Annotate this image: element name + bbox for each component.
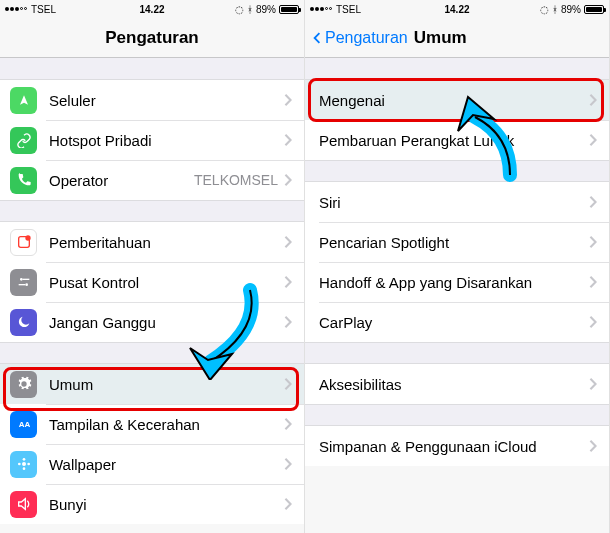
svg-point-1 (25, 235, 30, 240)
chevron-right-icon (589, 440, 597, 452)
row-pembaruan[interactable]: Pembaruan Perangkat Lunak (305, 120, 609, 160)
chevron-right-icon (284, 458, 292, 470)
row-label: Pemberitahuan (49, 234, 284, 251)
nav-bar: Pengaturan (0, 18, 304, 58)
chevron-right-icon (284, 236, 292, 248)
carrier-label: TSEL (336, 4, 361, 15)
back-button[interactable]: Pengaturan (305, 29, 408, 47)
row-wallpaper[interactable]: Wallpaper (0, 444, 304, 484)
chevron-right-icon (589, 276, 597, 288)
svg-rect-5 (18, 284, 25, 285)
moon-icon (10, 309, 37, 336)
clock-label: 14.22 (444, 4, 469, 15)
row-label: Siri (319, 194, 589, 211)
row-bunyi[interactable]: Bunyi (0, 484, 304, 524)
battery-icon (584, 5, 604, 14)
antenna-icon (10, 87, 37, 114)
row-label: Pembaruan Perangkat Lunak (319, 132, 589, 149)
battery-icon (279, 5, 299, 14)
page-title: Pengaturan (0, 28, 304, 48)
row-mengenai[interactable]: Mengenai (305, 80, 609, 120)
row-label: Simpanan & Penggunaan iCloud (319, 438, 589, 455)
status-bar: TSEL 14.22 ◌ ᚼ 89% (0, 0, 304, 18)
row-label: Hotspot Pribadi (49, 132, 284, 149)
row-label: Pencarian Spotlight (319, 234, 589, 251)
chevron-right-icon (589, 316, 597, 328)
svg-point-7 (22, 462, 26, 466)
row-umum[interactable]: Umum (0, 364, 304, 404)
display-icon: AA (10, 411, 37, 438)
signal-icon (310, 7, 332, 11)
settings-root-screen: TSEL 14.22 ◌ ᚼ 89% Pengaturan Seluler Ho… (0, 0, 305, 533)
chevron-right-icon (284, 276, 292, 288)
settings-list: Seluler Hotspot Pribadi Operator TELKOMS… (0, 58, 304, 524)
chevron-right-icon (589, 378, 597, 390)
row-carplay[interactable]: CarPlay (305, 302, 609, 342)
chevron-right-icon (589, 196, 597, 208)
bluetooth-icon: ᚼ (552, 4, 558, 15)
chevron-right-icon (589, 134, 597, 146)
notification-icon (10, 229, 37, 256)
row-label: Pusat Kontrol (49, 274, 284, 291)
row-siri[interactable]: Siri (305, 182, 609, 222)
page-title: Umum (414, 28, 467, 48)
svg-point-10 (18, 463, 21, 466)
phone-icon (10, 167, 37, 194)
row-tampilan[interactable]: AA Tampilan & Kecerahan (0, 404, 304, 444)
row-pusat-kontrol[interactable]: Pusat Kontrol (0, 262, 304, 302)
chevron-right-icon (589, 94, 597, 106)
row-detail: TELKOMSEL (194, 172, 278, 188)
row-label: Handoff & App yang Disarankan (319, 274, 589, 291)
general-list: Mengenai Pembaruan Perangkat Lunak Siri … (305, 58, 609, 466)
row-label: Umum (49, 376, 284, 393)
svg-point-8 (22, 458, 25, 461)
svg-text:AA: AA (18, 420, 30, 429)
svg-rect-3 (22, 279, 29, 280)
svg-point-11 (27, 463, 30, 466)
switches-icon (10, 269, 37, 296)
loading-icon: ◌ (540, 4, 549, 15)
row-label: Operator (49, 172, 194, 189)
sound-icon (10, 491, 37, 518)
nav-bar: Pengaturan Umum (305, 18, 609, 58)
carrier-label: TSEL (31, 4, 56, 15)
row-aksesibilitas[interactable]: Aksesibilitas (305, 364, 609, 404)
row-label: Seluler (49, 92, 284, 109)
battery-label: 89% (256, 4, 276, 15)
row-seluler[interactable]: Seluler (0, 80, 304, 120)
general-screen: TSEL 14.22 ◌ ᚼ 89% Pengaturan Umum Menge… (305, 0, 610, 533)
row-label: Bunyi (49, 496, 284, 513)
chevron-right-icon (284, 174, 292, 186)
signal-icon (5, 7, 27, 11)
svg-point-4 (25, 283, 28, 286)
chevron-right-icon (284, 316, 292, 328)
wallpaper-icon (10, 451, 37, 478)
back-label: Pengaturan (325, 29, 408, 47)
row-icloud-storage[interactable]: Simpanan & Penggunaan iCloud (305, 426, 609, 466)
row-label: Wallpaper (49, 456, 284, 473)
chevron-right-icon (284, 134, 292, 146)
chevron-left-icon (311, 32, 323, 44)
clock-label: 14.22 (139, 4, 164, 15)
row-label: CarPlay (319, 314, 589, 331)
svg-point-9 (22, 467, 25, 470)
bluetooth-icon: ᚼ (247, 4, 253, 15)
battery-label: 89% (561, 4, 581, 15)
row-label: Aksesibilitas (319, 376, 589, 393)
row-label: Tampilan & Kecerahan (49, 416, 284, 433)
row-pemberitahuan[interactable]: Pemberitahuan (0, 222, 304, 262)
chevron-right-icon (589, 236, 597, 248)
loading-icon: ◌ (235, 4, 244, 15)
chevron-right-icon (284, 378, 292, 390)
row-operator[interactable]: Operator TELKOMSEL (0, 160, 304, 200)
status-bar: TSEL 14.22 ◌ ᚼ 89% (305, 0, 609, 18)
row-spotlight[interactable]: Pencarian Spotlight (305, 222, 609, 262)
row-handoff[interactable]: Handoff & App yang Disarankan (305, 262, 609, 302)
row-jangan-ganggu[interactable]: Jangan Ganggu (0, 302, 304, 342)
svg-point-2 (20, 278, 23, 281)
chevron-right-icon (284, 94, 292, 106)
row-label: Jangan Ganggu (49, 314, 284, 331)
link-icon (10, 127, 37, 154)
chevron-right-icon (284, 418, 292, 430)
row-hotspot[interactable]: Hotspot Pribadi (0, 120, 304, 160)
